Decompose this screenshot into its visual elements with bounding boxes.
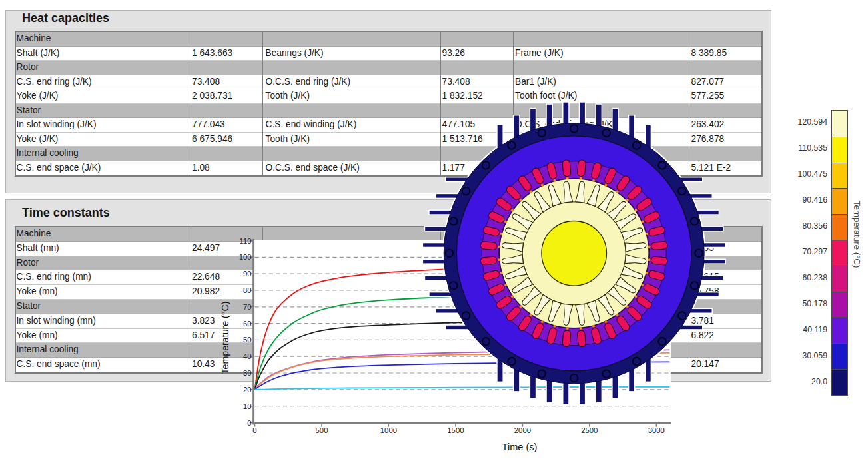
svg-text:500: 500: [316, 426, 328, 434]
svg-text:90: 90: [243, 270, 252, 278]
svg-text:2500: 2500: [581, 426, 598, 434]
svg-text:60: 60: [243, 320, 252, 328]
svg-text:20: 20: [243, 386, 252, 394]
svg-text:100: 100: [239, 253, 252, 261]
svg-text:Temperature (°C): Temperature (°C): [220, 302, 230, 374]
svg-text:1500: 1500: [447, 426, 464, 434]
svg-text:70: 70: [243, 303, 252, 311]
svg-text:50: 50: [243, 336, 252, 344]
svg-text:Time (s): Time (s): [502, 442, 538, 452]
svg-text:2000: 2000: [514, 426, 531, 434]
svg-text:0: 0: [252, 426, 256, 434]
svg-text:40: 40: [243, 352, 252, 360]
svg-text:80: 80: [243, 286, 252, 294]
svg-text:30: 30: [243, 369, 252, 377]
svg-text:110: 110: [239, 237, 251, 245]
svg-text:1000: 1000: [380, 426, 397, 434]
svg-text:10: 10: [243, 402, 252, 410]
svg-text:3000: 3000: [648, 426, 665, 434]
svg-text:0: 0: [247, 419, 251, 427]
